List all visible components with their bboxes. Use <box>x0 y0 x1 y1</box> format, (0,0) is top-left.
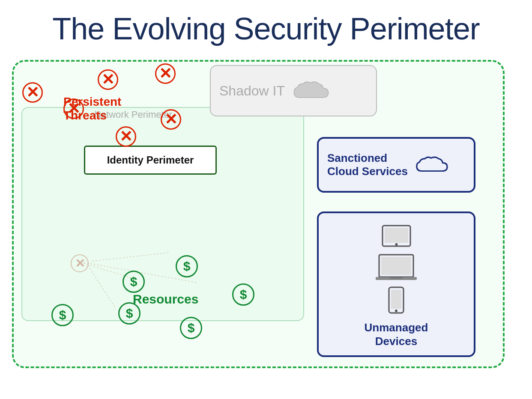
svg-point-5 <box>395 243 398 246</box>
shadow-it-box: Shadow IT <box>210 65 377 116</box>
unmanaged-label: Unmanaged Devices <box>365 321 428 348</box>
internal-threat-icon: ✕ <box>71 254 89 272</box>
tablet-icon <box>380 225 412 248</box>
svg-rect-10 <box>390 277 403 279</box>
phone-icon <box>388 286 405 314</box>
threat-icon-2: ✕ <box>98 69 118 90</box>
svg-rect-8 <box>381 257 411 275</box>
resource-node-1: $ <box>123 271 145 293</box>
resource-node-3: $ <box>232 283 254 306</box>
identity-perimeter-label: Identity Perimeter <box>107 154 194 166</box>
svg-rect-6 <box>385 228 408 243</box>
resource-node-6: $ <box>51 304 74 326</box>
threat-icon-1: ✕ <box>22 82 43 103</box>
network-perimeter-box <box>21 107 304 321</box>
threat-icon-3: ✕ <box>155 63 176 84</box>
persistent-threats-label: Persistent Threats <box>63 95 121 122</box>
page-title: The Evolving Security Perimeter <box>0 0 532 46</box>
sanctioned-cloud-icon <box>415 153 449 177</box>
threat-icon-6: ✕ <box>116 126 136 147</box>
resource-node-5: $ <box>180 317 202 339</box>
sanctioned-label-line2: Cloud Services <box>327 165 408 178</box>
identity-perimeter-box: Identity Perimeter <box>84 146 217 175</box>
laptop-icon <box>375 253 418 281</box>
devices-icons <box>375 225 418 314</box>
shadow-it-cloud-icon <box>292 78 330 104</box>
resources-label: Resources <box>133 292 198 307</box>
sanctioned-cloud-box: Sanctioned Cloud Services <box>317 137 475 193</box>
svg-point-13 <box>395 310 398 312</box>
threat-icon-5: ✕ <box>161 109 181 130</box>
unmanaged-devices-box: Unmanaged Devices <box>317 211 475 357</box>
shadow-it-label: Shadow IT <box>219 83 285 99</box>
svg-rect-12 <box>391 290 401 309</box>
resource-node-2: $ <box>176 255 198 277</box>
sanctioned-label-line1: Sanctioned <box>327 152 408 165</box>
